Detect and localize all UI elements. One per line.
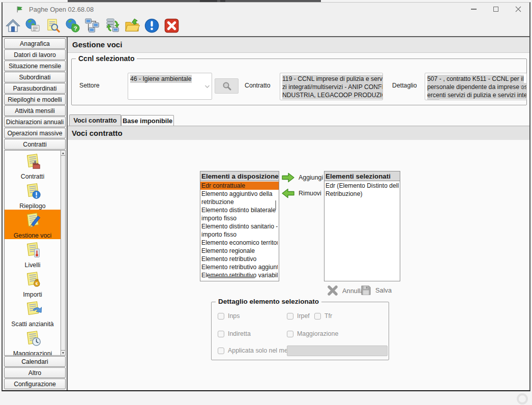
sidebar-section-subordinati[interactable]: Subordinati [4,72,66,82]
checkbox-icon[interactable] [218,313,224,320]
sidebar-item-label: Importi [5,291,61,298]
dettaglio-value-line: personale dipendente da imprese es [427,83,527,91]
sidebar-item-contratti[interactable]: Contratti [5,151,61,180]
available-list-title: Elementi a disposizione [200,171,279,181]
checkbox-irpef[interactable]: Irpef [287,312,310,320]
chevron-down-icon[interactable] [204,84,210,88]
settore-label: Settore [79,82,100,89]
minimize-button[interactable] [462,3,485,16]
sidebar-section-situazione-mensile[interactable]: Situazione mensile [4,61,66,71]
save-button[interactable]: Salva [360,284,392,296]
dettaglio-combobox[interactable]: 507 - , contratto K511 - CCNL per il per… [425,73,527,100]
remove-button-label: Rimuovi [299,190,321,197]
scroll-thumb[interactable] [61,155,65,351]
app-flag-icon [16,6,23,13]
sidebar-section-attivita-mensili[interactable]: Attività mensili [4,105,66,116]
maximize-button[interactable] [485,3,507,16]
sidebar-section-anagrafica[interactable]: Anagrafica [4,38,66,49]
list-item[interactable]: Elemento aggiuntivo dellaretribuzione [201,190,278,206]
cancel-x-icon [327,284,339,297]
ccnl-groupbox: Ccnl selezionato Settore 46 - Igiene amb… [71,59,527,105]
sidebar-item-label: Contratti [5,173,61,180]
sidebar-item-scatti-anzianita[interactable]: Scatti anzianità [5,298,61,328]
checkbox-tfr[interactable]: Tfr [314,312,332,320]
available-listbox: Elementi a disposizione Edr contrattuale… [200,171,279,281]
selected-list-title: Elementi selezionati [324,171,400,181]
sidebar-section-altro[interactable]: Altro [4,367,66,378]
web-help-icon[interactable]: ? [64,17,80,34]
sidebar-item-livelli[interactable]: Livelli [5,239,61,269]
sidebar-section-parasubordinati[interactable]: Parasubordinati [4,83,66,94]
selected-listbox: Elementi selezionati Edr (Elemento Disti… [324,171,400,281]
ccnl-legend: Ccnl selezionato [76,54,137,63]
add-button-label: Aggiungi [299,174,323,181]
scroll-down-icon[interactable] [61,351,65,355]
search-notes-icon[interactable] [44,17,61,34]
info-icon[interactable] [143,17,160,34]
network-icon[interactable] [84,17,100,34]
list-item[interactable]: Elemento distinto bilaterale -importo fi… [201,206,278,222]
sidebar-section-operazioni-massive[interactable]: Operazioni massive [4,128,66,138]
data-sync-icon[interactable] [104,17,120,34]
save-floppy-icon [360,284,372,296]
contratto-combobox[interactable]: 119 - CCNL imprese di pulizia e servi zi… [280,73,383,100]
sidebar-item-gestione-voci[interactable]: Gestione voci [5,210,61,239]
cancel-button[interactable]: Annulla [327,284,364,297]
available-list[interactable]: Edr contrattuale Elemento aggiuntivo del… [200,181,279,281]
sidebar-item-label: Riepilogo [5,202,61,210]
chevron-down-icon[interactable] [375,85,381,89]
chevron-down-icon[interactable] [519,85,525,89]
remove-button[interactable]: Rimuovi [281,188,321,199]
contratto-value-line: NDUSTRIA, LEGACOOP PRODUZION [282,91,383,99]
sidebar-section-calendari[interactable]: Calendari [4,356,66,367]
checkbox-icon[interactable] [218,348,224,354]
list-horizontal-scrollbar[interactable] [208,276,255,278]
add-button[interactable]: Aggiungi [281,172,323,183]
scroll-up-icon[interactable] [61,151,65,155]
folder-export-icon[interactable] [124,17,140,34]
home-icon[interactable] [5,17,21,34]
selected-list[interactable]: Edr (Elemento Distinto dellaRetribuzione… [324,181,400,281]
sidebar-section-configurazione[interactable]: Configurazione [4,379,66,389]
checkbox-maggiorazione[interactable]: Maggiorazione [287,330,338,337]
svg-text:?: ? [73,24,77,31]
tab-voci-contratto[interactable]: Voci contratto [69,114,121,126]
sidebar-item-maggiorazioni[interactable]: Maggiorazioni [5,328,61,356]
checkbox-icon[interactable] [218,331,224,337]
checkbox-applicata-solo-nel-mese[interactable]: Applicata solo nel mese [218,347,294,354]
sidebar-section-contratti[interactable]: Contratti [4,139,66,150]
list-item[interactable]: Elemento retributivo aggiunti [201,263,278,271]
settore-search-button[interactable] [215,78,239,94]
month-input[interactable] [287,345,388,356]
tab-base-imponibile[interactable]: Base imponibile [121,115,174,126]
list-item[interactable]: Elemento regionale [201,247,278,255]
note-thermometer-icon [23,241,42,260]
sidebar-section-riepiloghi-e-modelli[interactable]: Riepiloghi e modelli [4,94,66,105]
exit-icon[interactable] [163,17,180,34]
note-arrow-icon [23,300,42,319]
settore-combobox[interactable]: 46 - Igiene ambientale [128,73,212,100]
sidebar-item-importi[interactable]: € Importi [5,269,61,298]
list-item[interactable]: Elemento distinto sanitario -importo fis… [201,222,278,239]
sidebar-section-dichiarazioni-annuali[interactable]: Dichiarazioni annuali [4,117,66,127]
list-item[interactable]: Elemento retributivo variabile [201,271,278,279]
checkbox-icon[interactable] [287,331,293,337]
settore-value: 46 - Igiene ambientale [130,75,192,83]
checkbox-icon[interactable] [314,313,321,320]
checkbox-indiretta[interactable]: Indiretta [218,330,251,337]
close-button[interactable] [507,3,529,16]
contratto-label: Contratto [245,82,271,89]
list-item[interactable]: Edr contrattuale [200,182,279,190]
list-vertical-scrollbar[interactable] [275,200,277,210]
sidebar-item-riepilogo[interactable]: Riepilogo [5,180,61,210]
list-item[interactable]: Edr (Elemento Distinto dellaRetribuzione… [326,182,399,198]
detail-legend: Dettaglio elemento selezionato [216,298,321,305]
sidebar-section-datori-di-lavoro[interactable]: Datori di lavoro [4,49,66,60]
web-news-icon[interactable] [24,17,41,34]
sidebar-scrollbar[interactable] [61,151,65,355]
checkbox-icon[interactable] [287,313,293,320]
checkbox-inps[interactable]: Inps [218,312,240,320]
list-item[interactable]: Elemento retributivo [201,255,278,263]
dettaglio-value-line: ercenti servizi di pulizia e servizi int… [427,91,527,99]
list-item[interactable]: Elemento economico territoria [201,239,278,247]
